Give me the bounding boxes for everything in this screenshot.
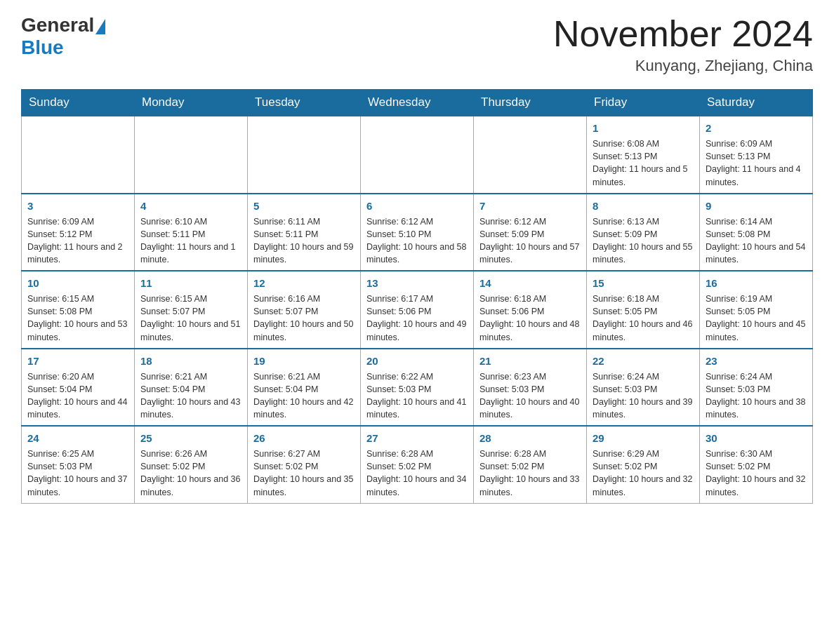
day-info: Sunrise: 6:12 AMSunset: 5:09 PMDaylight:…	[479, 215, 581, 267]
day-number: 17	[27, 354, 128, 368]
day-number: 20	[366, 354, 468, 368]
day-number: 14	[479, 276, 581, 290]
day-number: 4	[140, 199, 241, 213]
calendar-cell: 9Sunrise: 6:14 AMSunset: 5:08 PMDaylight…	[700, 194, 813, 271]
day-info: Sunrise: 6:09 AMSunset: 5:13 PMDaylight:…	[706, 137, 807, 189]
calendar-cell: 20Sunrise: 6:22 AMSunset: 5:03 PMDayligh…	[361, 349, 474, 427]
day-number: 21	[479, 354, 581, 368]
day-number: 2	[706, 121, 807, 135]
calendar-cell	[361, 116, 474, 194]
day-number: 26	[253, 431, 355, 445]
calendar-cell: 1Sunrise: 6:08 AMSunset: 5:13 PMDaylight…	[587, 116, 700, 194]
day-info: Sunrise: 6:18 AMSunset: 5:06 PMDaylight:…	[479, 293, 581, 344]
logo: General Blue	[21, 14, 107, 59]
day-info: Sunrise: 6:16 AMSunset: 5:07 PMDaylight:…	[253, 293, 355, 344]
calendar-cell: 24Sunrise: 6:25 AMSunset: 5:03 PMDayligh…	[22, 426, 135, 503]
logo-general-text: General	[21, 14, 94, 36]
calendar-cell: 12Sunrise: 6:16 AMSunset: 5:07 PMDayligh…	[248, 271, 361, 349]
day-info: Sunrise: 6:11 AMSunset: 5:11 PMDaylight:…	[253, 215, 355, 267]
day-number: 7	[479, 199, 581, 213]
calendar-week-row: 24Sunrise: 6:25 AMSunset: 5:03 PMDayligh…	[22, 426, 813, 503]
calendar-cell: 13Sunrise: 6:17 AMSunset: 5:06 PMDayligh…	[361, 271, 474, 349]
day-info: Sunrise: 6:15 AMSunset: 5:07 PMDaylight:…	[140, 293, 241, 344]
month-title: November 2024	[553, 14, 813, 54]
day-info: Sunrise: 6:22 AMSunset: 5:03 PMDaylight:…	[366, 370, 468, 422]
calendar-cell: 16Sunrise: 6:19 AMSunset: 5:05 PMDayligh…	[700, 271, 813, 349]
day-number: 29	[593, 431, 694, 445]
day-number: 16	[706, 276, 807, 290]
day-info: Sunrise: 6:28 AMSunset: 5:02 PMDaylight:…	[366, 448, 468, 499]
day-info: Sunrise: 6:23 AMSunset: 5:03 PMDaylight:…	[479, 370, 581, 422]
day-info: Sunrise: 6:24 AMSunset: 5:03 PMDaylight:…	[706, 370, 807, 422]
calendar-cell: 5Sunrise: 6:11 AMSunset: 5:11 PMDaylight…	[248, 194, 361, 271]
calendar-cell: 30Sunrise: 6:30 AMSunset: 5:02 PMDayligh…	[700, 426, 813, 503]
day-info: Sunrise: 6:14 AMSunset: 5:08 PMDaylight:…	[706, 215, 807, 267]
calendar-cell: 29Sunrise: 6:29 AMSunset: 5:02 PMDayligh…	[587, 426, 700, 503]
weekday-header-wednesday: Wednesday	[361, 90, 474, 116]
day-number: 23	[706, 354, 807, 368]
day-info: Sunrise: 6:27 AMSunset: 5:02 PMDaylight:…	[253, 448, 355, 499]
calendar-cell: 11Sunrise: 6:15 AMSunset: 5:07 PMDayligh…	[135, 271, 248, 349]
day-number: 25	[140, 431, 241, 445]
day-number: 13	[366, 276, 468, 290]
day-info: Sunrise: 6:30 AMSunset: 5:02 PMDaylight:…	[706, 448, 807, 499]
weekday-header-saturday: Saturday	[700, 90, 813, 116]
calendar-cell: 19Sunrise: 6:21 AMSunset: 5:04 PMDayligh…	[248, 349, 361, 427]
day-info: Sunrise: 6:12 AMSunset: 5:10 PMDaylight:…	[366, 215, 468, 267]
weekday-header-friday: Friday	[587, 90, 700, 116]
calendar-cell: 4Sunrise: 6:10 AMSunset: 5:11 PMDaylight…	[135, 194, 248, 271]
day-number: 24	[27, 431, 128, 445]
calendar-cell: 8Sunrise: 6:13 AMSunset: 5:09 PMDaylight…	[587, 194, 700, 271]
calendar-cell	[22, 116, 135, 194]
calendar-week-row: 1Sunrise: 6:08 AMSunset: 5:13 PMDaylight…	[22, 116, 813, 194]
day-number: 10	[27, 276, 128, 290]
day-number: 22	[593, 354, 694, 368]
calendar-cell: 6Sunrise: 6:12 AMSunset: 5:10 PMDaylight…	[361, 194, 474, 271]
day-number: 15	[593, 276, 694, 290]
title-block: November 2024 Kunyang, Zhejiang, China	[553, 14, 813, 75]
calendar-cell: 23Sunrise: 6:24 AMSunset: 5:03 PMDayligh…	[700, 349, 813, 427]
calendar-cell: 26Sunrise: 6:27 AMSunset: 5:02 PMDayligh…	[248, 426, 361, 503]
day-number: 11	[140, 276, 241, 290]
calendar-cell: 27Sunrise: 6:28 AMSunset: 5:02 PMDayligh…	[361, 426, 474, 503]
day-number: 27	[366, 431, 468, 445]
day-info: Sunrise: 6:18 AMSunset: 5:05 PMDaylight:…	[593, 293, 694, 344]
day-number: 1	[593, 121, 694, 135]
day-number: 12	[253, 276, 355, 290]
calendar-cell: 10Sunrise: 6:15 AMSunset: 5:08 PMDayligh…	[22, 271, 135, 349]
calendar-table: SundayMondayTuesdayWednesdayThursdayFrid…	[21, 89, 813, 504]
day-info: Sunrise: 6:25 AMSunset: 5:03 PMDaylight:…	[27, 448, 128, 499]
calendar-cell	[135, 116, 248, 194]
weekday-header-thursday: Thursday	[474, 90, 587, 116]
calendar-cell: 25Sunrise: 6:26 AMSunset: 5:02 PMDayligh…	[135, 426, 248, 503]
calendar-cell: 17Sunrise: 6:20 AMSunset: 5:04 PMDayligh…	[22, 349, 135, 427]
weekday-header-tuesday: Tuesday	[248, 90, 361, 116]
calendar-cell: 18Sunrise: 6:21 AMSunset: 5:04 PMDayligh…	[135, 349, 248, 427]
day-number: 5	[253, 199, 355, 213]
day-info: Sunrise: 6:26 AMSunset: 5:02 PMDaylight:…	[140, 448, 241, 499]
calendar-header-row: SundayMondayTuesdayWednesdayThursdayFrid…	[22, 90, 813, 116]
day-number: 6	[366, 199, 468, 213]
day-info: Sunrise: 6:28 AMSunset: 5:02 PMDaylight:…	[479, 448, 581, 499]
calendar-cell: 22Sunrise: 6:24 AMSunset: 5:03 PMDayligh…	[587, 349, 700, 427]
day-info: Sunrise: 6:10 AMSunset: 5:11 PMDaylight:…	[140, 215, 241, 267]
calendar-cell: 2Sunrise: 6:09 AMSunset: 5:13 PMDaylight…	[700, 116, 813, 194]
day-info: Sunrise: 6:15 AMSunset: 5:08 PMDaylight:…	[27, 293, 128, 344]
day-number: 30	[706, 431, 807, 445]
day-number: 9	[706, 199, 807, 213]
day-info: Sunrise: 6:24 AMSunset: 5:03 PMDaylight:…	[593, 370, 694, 422]
location-title: Kunyang, Zhejiang, China	[553, 57, 813, 75]
calendar-cell: 21Sunrise: 6:23 AMSunset: 5:03 PMDayligh…	[474, 349, 587, 427]
calendar-cell: 3Sunrise: 6:09 AMSunset: 5:12 PMDaylight…	[22, 194, 135, 271]
calendar-week-row: 10Sunrise: 6:15 AMSunset: 5:08 PMDayligh…	[22, 271, 813, 349]
logo-triangle-icon	[95, 19, 105, 34]
day-info: Sunrise: 6:29 AMSunset: 5:02 PMDaylight:…	[593, 448, 694, 499]
day-info: Sunrise: 6:21 AMSunset: 5:04 PMDaylight:…	[140, 370, 241, 422]
logo-blue-text: Blue	[21, 36, 64, 59]
weekday-header-sunday: Sunday	[22, 90, 135, 116]
calendar-cell: 14Sunrise: 6:18 AMSunset: 5:06 PMDayligh…	[474, 271, 587, 349]
calendar-week-row: 3Sunrise: 6:09 AMSunset: 5:12 PMDaylight…	[22, 194, 813, 271]
day-info: Sunrise: 6:09 AMSunset: 5:12 PMDaylight:…	[27, 215, 128, 267]
day-number: 28	[479, 431, 581, 445]
day-number: 8	[593, 199, 694, 213]
